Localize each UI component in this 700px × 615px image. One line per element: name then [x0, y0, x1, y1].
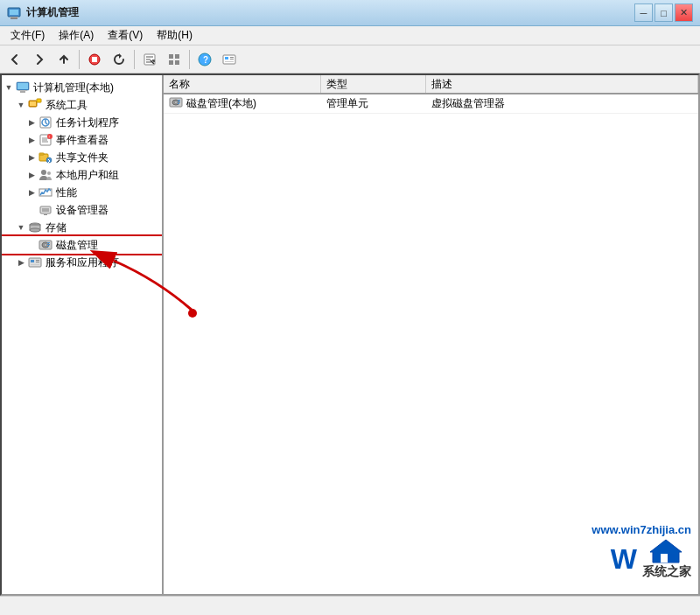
- content-panel: 名称 类型 描述: [164, 75, 698, 594]
- expand-icon-event: ▶: [26, 135, 37, 145]
- menu-file[interactable]: 文件(F): [4, 26, 52, 45]
- maximize-button[interactable]: □: [654, 3, 673, 22]
- svg-rect-1: [10, 10, 18, 15]
- tree-label-disk: 磁盘管理: [56, 238, 98, 253]
- svg-rect-38: [44, 214, 47, 215]
- menu-action[interactable]: 操作(A): [52, 26, 101, 45]
- table-row[interactable]: 磁盘管理(本地) 管理单元 虚拟磁盘管理器: [164, 94, 698, 114]
- tree-item-shared-folders[interactable]: ▶ 共享文件夹: [2, 149, 162, 166]
- svg-rect-56: [178, 100, 180, 101]
- computer-icon: [16, 80, 30, 94]
- view-toggle-button[interactable]: [163, 48, 186, 71]
- col-type[interactable]: 类型: [321, 75, 426, 93]
- status-bar: [0, 596, 700, 615]
- menu-help[interactable]: 帮助(H): [150, 26, 200, 45]
- svg-rect-17: [225, 61, 234, 62]
- svg-rect-8: [175, 54, 179, 59]
- svg-rect-52: [31, 264, 39, 265]
- tree-item-device-manager[interactable]: ▶ 设备管理器: [2, 201, 162, 219]
- export-button[interactable]: [138, 48, 161, 71]
- tree-label-shared: 共享文件夹: [56, 150, 108, 165]
- svg-rect-37: [42, 208, 49, 212]
- toolbar: ?: [0, 45, 700, 73]
- expand-icon-storage: ▼: [16, 222, 26, 233]
- tree-label-task: 任务计划程序: [56, 115, 119, 130]
- list-header: 名称 类型 描述: [164, 75, 698, 94]
- svg-rect-31: [39, 153, 44, 155]
- col-name[interactable]: 名称: [164, 75, 321, 93]
- tree-item-services[interactable]: ▶ 服务和应用程序: [2, 254, 162, 271]
- svg-rect-9: [169, 60, 173, 65]
- svg-point-44: [45, 244, 47, 247]
- minimize-button[interactable]: ─: [634, 3, 653, 22]
- tree-label-users: 本地用户和组: [56, 168, 119, 183]
- menu-view[interactable]: 查看(V): [101, 26, 150, 45]
- svg-rect-15: [230, 57, 234, 58]
- svg-rect-14: [225, 57, 228, 59]
- svg-rect-10: [175, 60, 179, 65]
- performance-icon: [38, 185, 52, 199]
- expand-icon-shared: ▶: [26, 152, 37, 163]
- svg-rect-51: [36, 262, 39, 262]
- disk-row-desc: 虚拟磁盘管理器: [431, 96, 505, 111]
- task-icon: [38, 115, 52, 129]
- tree-item-disk-management[interactable]: ▶ 磁盘管理: [2, 236, 162, 254]
- separator-2: [134, 50, 135, 69]
- expand-icon-perf: ▶: [26, 187, 37, 198]
- menu-bar: 文件(F) 操作(A) 查看(V) 帮助(H): [0, 26, 700, 45]
- forward-button[interactable]: [28, 48, 51, 71]
- tree-label-root: 计算机管理(本地): [33, 80, 114, 95]
- svg-rect-50: [36, 260, 39, 261]
- tree-item-event-viewer[interactable]: ▶ ! 事件查看器: [2, 131, 162, 149]
- svg-rect-46: [47, 244, 50, 245]
- svg-rect-58: [178, 103, 179, 104]
- tree-label-event: 事件查看器: [56, 133, 108, 148]
- tree-label-device: 设备管理器: [56, 203, 108, 218]
- disk-row-icon: [169, 95, 183, 112]
- svg-point-34: [47, 171, 51, 175]
- event-icon: !: [38, 133, 52, 147]
- refresh-button[interactable]: [108, 48, 130, 71]
- svg-rect-49: [31, 260, 34, 262]
- svg-text:?: ?: [203, 55, 208, 65]
- users-icon: [38, 168, 52, 182]
- col-desc[interactable]: 描述: [426, 75, 698, 93]
- svg-rect-20: [20, 91, 25, 93]
- tree-label-system-tools: 系统工具: [46, 98, 88, 113]
- tree-item-system-tools[interactable]: ▼ 系统工具: [2, 96, 162, 114]
- shared-folder-icon: [38, 150, 52, 164]
- svg-point-41: [30, 228, 40, 232]
- up-button[interactable]: [52, 48, 75, 71]
- disk-row-type: 管理单元: [326, 96, 368, 111]
- svg-rect-21: [18, 90, 27, 91]
- back-button[interactable]: [4, 48, 26, 71]
- svg-rect-23: [30, 101, 36, 106]
- list-body: 磁盘管理(本地) 管理单元 虚拟磁盘管理器: [164, 94, 698, 594]
- tree-item-task-scheduler[interactable]: ▶ 任务计划程序: [2, 114, 162, 131]
- tree-label-performance: 性能: [56, 185, 77, 200]
- svg-rect-19: [18, 83, 28, 89]
- title-bar: 计算机管理 ─ □ ✕: [0, 0, 700, 26]
- close-button[interactable]: ✕: [675, 3, 693, 22]
- tree-item-local-users[interactable]: ▶ 本地用户和组: [2, 166, 162, 184]
- svg-rect-3: [10, 17, 18, 17]
- device-icon: [38, 203, 52, 217]
- title-bar-text: 计算机管理: [26, 5, 79, 20]
- stop-button[interactable]: [83, 48, 106, 71]
- tree-label-storage: 存储: [46, 220, 66, 235]
- tree-item-storage[interactable]: ▼ 存储: [2, 219, 162, 236]
- svg-text:!: !: [49, 135, 50, 139]
- properties-button[interactable]: [218, 48, 241, 71]
- tree-label-services: 服务和应用程序: [46, 255, 119, 270]
- tree-item-root[interactable]: ▼ 计算机管理(本地): [2, 79, 162, 96]
- svg-rect-7: [169, 54, 173, 59]
- svg-rect-5: [92, 57, 97, 62]
- expand-icon-root: ▼: [4, 82, 14, 93]
- expand-icon-users: ▶: [26, 170, 37, 180]
- separator-3: [189, 50, 190, 69]
- help-button[interactable]: ?: [193, 48, 216, 71]
- expand-icon-system: ▼: [16, 100, 26, 110]
- tree-item-performance[interactable]: ▶ 性能: [2, 184, 162, 201]
- svg-point-33: [41, 170, 46, 175]
- svg-rect-47: [47, 246, 49, 247]
